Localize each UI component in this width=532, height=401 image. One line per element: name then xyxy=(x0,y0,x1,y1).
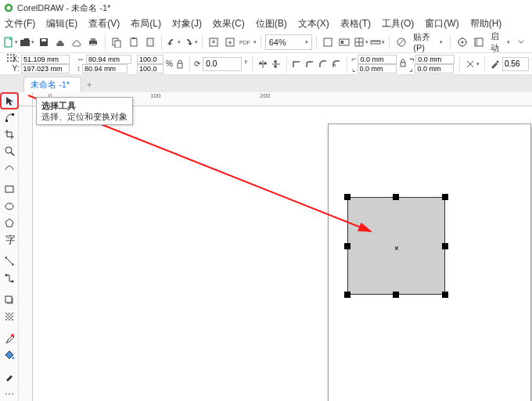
selection-handle[interactable] xyxy=(442,243,448,249)
layout-icon[interactable] xyxy=(471,34,486,51)
svg-rect-10 xyxy=(131,38,137,46)
rectangle-tool[interactable] xyxy=(2,182,17,196)
shape-tool[interactable] xyxy=(2,110,17,124)
dimension-tool[interactable] xyxy=(2,254,17,268)
ellipse-tool[interactable] xyxy=(2,199,17,213)
corner-br-icon: ⌟ xyxy=(409,64,413,73)
x-input[interactable] xyxy=(21,55,70,64)
redo-button[interactable]: ▾ xyxy=(182,34,197,51)
nosnap-icon[interactable] xyxy=(394,34,408,51)
selection-handle[interactable] xyxy=(393,292,399,298)
text-tool[interactable]: 字 xyxy=(2,232,17,246)
fill-tool[interactable] xyxy=(2,348,17,362)
zoom-level[interactable]: 64%▾ xyxy=(265,34,312,50)
paste-button[interactable] xyxy=(126,34,141,51)
canvas[interactable]: 0 100 200 选择工具 选择、定位和变换对象 × xyxy=(19,92,532,401)
snap-dropdown[interactable]: 贴齐(P)▾ xyxy=(410,34,446,51)
mirror-v-icon[interactable] xyxy=(271,55,282,73)
width-input[interactable] xyxy=(86,55,131,64)
rotation-input[interactable] xyxy=(203,57,242,71)
scale-y-input[interactable] xyxy=(137,64,164,73)
document-tab[interactable]: 未命名 -1* xyxy=(23,77,81,92)
eyedropper-tool[interactable] xyxy=(2,331,17,346)
grid-icon[interactable]: ▾ xyxy=(354,34,368,51)
preview-icon[interactable] xyxy=(337,34,352,51)
polygon-tool[interactable] xyxy=(2,216,17,230)
svg-point-30 xyxy=(10,57,12,59)
mirror-h-icon[interactable] xyxy=(257,55,268,73)
angle-icon: ⟳ xyxy=(194,59,200,68)
svg-point-46 xyxy=(5,274,7,276)
menu-layout[interactable]: 布局(L) xyxy=(131,17,161,30)
zoom-tool[interactable] xyxy=(2,144,17,158)
lock-ratio-icon[interactable] xyxy=(175,55,185,73)
freehand-tool[interactable] xyxy=(2,160,17,174)
cloud-up-icon[interactable] xyxy=(70,34,84,51)
corner-tl-input[interactable] xyxy=(358,55,397,64)
separator xyxy=(202,35,203,49)
publish-pdf-button[interactable]: PDF▾ xyxy=(239,34,257,51)
corner-scallop-icon[interactable] xyxy=(331,55,342,73)
toolbox-expand[interactable] xyxy=(2,387,17,401)
ruler-origin[interactable] xyxy=(19,92,33,106)
corner-bl-input[interactable] xyxy=(358,64,397,73)
fullscreen-icon[interactable] xyxy=(321,34,336,51)
menu-window[interactable]: 窗口(W) xyxy=(425,17,458,30)
corner-tr-input[interactable] xyxy=(415,55,455,64)
open-button[interactable]: ▾ xyxy=(20,34,34,51)
outline-pen-icon[interactable] xyxy=(489,55,500,73)
menu-effect[interactable]: 效果(C) xyxy=(213,17,245,30)
y-input[interactable] xyxy=(21,64,70,73)
relative-scale-icon[interactable]: ▾ xyxy=(465,55,480,73)
selection-handle[interactable] xyxy=(344,292,350,298)
transparency-tool[interactable] xyxy=(2,310,17,324)
cloud-down-icon[interactable] xyxy=(53,34,68,51)
copy-button[interactable] xyxy=(110,34,124,51)
svg-rect-6 xyxy=(91,38,95,41)
app-logo-icon xyxy=(3,2,14,13)
chevron-down-icon[interactable] xyxy=(514,34,529,51)
selection-handle[interactable] xyxy=(344,243,350,249)
scale-x-input[interactable] xyxy=(137,55,164,64)
svg-rect-38 xyxy=(5,120,8,122)
snap-grid-icon[interactable] xyxy=(3,48,19,67)
selection-handle[interactable] xyxy=(344,194,350,200)
menu-view[interactable]: 查看(V) xyxy=(88,17,120,30)
pick-tool[interactable] xyxy=(2,94,17,108)
selection-handle[interactable] xyxy=(442,292,448,298)
print-button[interactable] xyxy=(86,34,101,51)
options-icon[interactable] xyxy=(455,34,469,51)
menu-tools[interactable]: 工具(O) xyxy=(382,17,414,30)
undo-button[interactable]: ▾ xyxy=(166,34,181,51)
corner-round-icon[interactable] xyxy=(304,55,315,73)
save-button[interactable] xyxy=(36,34,51,51)
menu-file[interactable]: 文件(F) xyxy=(5,17,35,30)
corner-br-input[interactable] xyxy=(415,64,454,73)
menu-bitmap[interactable]: 位图(B) xyxy=(256,17,287,30)
menu-table[interactable]: 表格(T) xyxy=(340,17,371,30)
selection-handle[interactable] xyxy=(393,194,399,200)
ruler-vertical[interactable] xyxy=(19,106,33,401)
link-corners-icon[interactable] xyxy=(399,55,407,73)
height-input[interactable] xyxy=(82,64,128,73)
crop-tool[interactable] xyxy=(2,127,17,141)
corner-chamfer-icon[interactable] xyxy=(318,55,329,73)
ruler-icon[interactable]: ▾ xyxy=(370,34,385,51)
import-button[interactable] xyxy=(207,34,221,51)
svg-rect-36 xyxy=(401,63,405,66)
connector-tool[interactable] xyxy=(2,271,17,285)
add-tab-button[interactable]: + xyxy=(81,77,97,92)
svg-point-56 xyxy=(9,393,10,395)
launch-dropdown[interactable]: 启动▾ xyxy=(488,34,512,51)
menu-edit[interactable]: 编辑(E) xyxy=(46,17,77,30)
menu-object[interactable]: 对象(J) xyxy=(172,17,202,30)
menu-text[interactable]: 文本(X) xyxy=(298,17,329,30)
menu-help[interactable]: 帮助(H) xyxy=(470,17,502,30)
selection-handle[interactable] xyxy=(442,194,448,200)
outline-tool[interactable] xyxy=(2,370,17,384)
corner-sharp-icon[interactable] xyxy=(291,55,302,73)
outline-width-input[interactable] xyxy=(502,57,529,71)
clipboard-button[interactable] xyxy=(142,34,157,51)
export-button[interactable] xyxy=(223,34,238,51)
dropshadow-tool[interactable] xyxy=(2,293,17,307)
